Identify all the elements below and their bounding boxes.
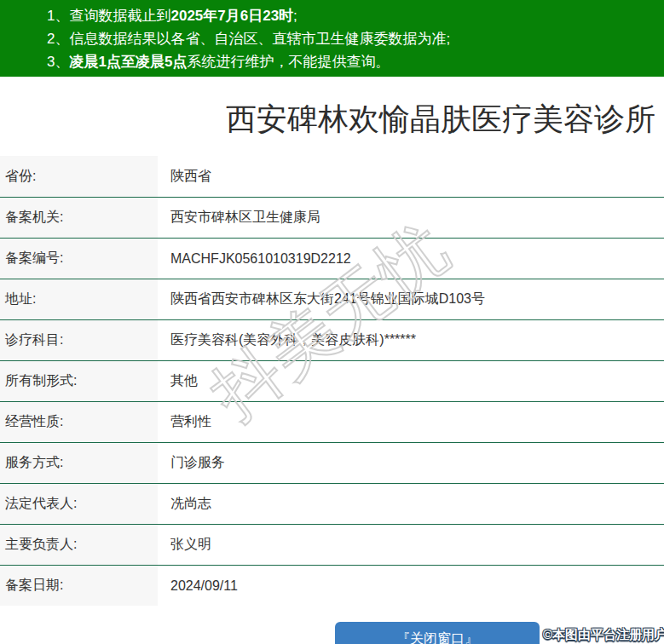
row-value-service-mode: 门诊服务 <box>158 443 664 483</box>
notice-text: 系统进行维护，不能提供查询。 <box>187 54 390 70</box>
row-label-principal-in-charge: 主要负责人: <box>0 525 158 565</box>
table-row: 备案编号: MACHFJK0561010319D2212 <box>0 238 664 279</box>
table-row: 主要负责人: 张义明 <box>0 524 664 565</box>
table-row: 法定代表人: 冼尚志 <box>0 483 664 524</box>
table-row: 省份: 陕西省 <box>0 156 664 197</box>
notice-bold-text: 2025年7月6日23时 <box>170 8 293 24</box>
notice-text: 查询数据截止到 <box>69 8 170 24</box>
row-label-legal-representative: 法定代表人: <box>0 484 158 524</box>
table-row: 所有制形式: 其他 <box>0 360 664 401</box>
notice-number: 1、 <box>47 8 69 24</box>
row-label-medical-subjects: 诊疗科目: <box>0 320 158 360</box>
notice-text: 信息数据结果以各省、自治区、直辖市卫生健康委数据为准; <box>69 31 450 47</box>
row-value-principal-in-charge: 张义明 <box>158 525 664 565</box>
row-label-filing-date: 备案日期: <box>0 566 158 606</box>
page-title: 西安碑林欢愉晶肤医疗美容诊所 <box>226 101 655 138</box>
table-row: 地址: 陕西省西安市碑林区东大街241号锦业国际城D103号 <box>0 279 664 319</box>
row-value-business-nature: 营利性 <box>158 402 664 442</box>
table-row: 诊疗科目: 医疗美容科(美容外科，美容皮肤科)****** <box>0 319 664 360</box>
notice-line-1: 1、查询数据截止到2025年7月6日23时; <box>0 4 664 27</box>
row-value-filing-authority: 西安市碑林区卫生健康局 <box>158 198 664 238</box>
notice-bold-text: 凌晨1点至凌晨5点 <box>69 54 187 70</box>
row-value-province: 陕西省 <box>158 156 664 197</box>
notice-number: 3、 <box>47 54 69 70</box>
row-value-filing-date: 2024/09/11 <box>158 566 664 606</box>
notice-banner: 1、查询数据截止到2025年7月6日23时; 2、信息数据结果以各省、自治区、直… <box>0 0 664 77</box>
notice-text: ; <box>293 8 297 24</box>
table-row: 经营性质: 营利性 <box>0 401 664 442</box>
close-window-button[interactable]: 『关闭窗口』 <box>335 622 540 644</box>
row-label-province: 省份: <box>0 156 158 197</box>
row-value-legal-representative: 冼尚志 <box>158 484 664 524</box>
notice-line-3: 3、凌晨1点至凌晨5点系统进行维护，不能提供查询。 <box>0 50 664 73</box>
row-label-service-mode: 服务方式: <box>0 443 158 483</box>
row-value-filing-number: MACHFJK0561010319D2212 <box>158 239 664 279</box>
row-value-ownership-form: 其他 <box>158 361 664 401</box>
notice-number: 2、 <box>47 31 69 47</box>
filing-info-table: 省份: 陕西省 备案机关: 西安市碑林区卫生健康局 备案编号: MACHFJK0… <box>0 156 664 606</box>
row-label-filing-authority: 备案机关: <box>0 198 158 238</box>
row-label-filing-number: 备案编号: <box>0 239 158 279</box>
row-label-ownership-form: 所有制形式: <box>0 361 158 401</box>
table-row: 服务方式: 门诊服务 <box>0 442 664 483</box>
table-row: 备案机关: 西安市碑林区卫生健康局 <box>0 197 664 238</box>
row-label-business-nature: 经营性质: <box>0 402 158 442</box>
row-value-medical-subjects: 医疗美容科(美容外科，美容皮肤科)****** <box>158 320 664 360</box>
row-label-address: 地址: <box>0 279 158 319</box>
platform-upload-note: ©本图由平台注册用户上传 <box>543 627 664 643</box>
row-value-address: 陕西省西安市碑林区东大街241号锦业国际城D103号 <box>158 279 664 319</box>
notice-line-2: 2、信息数据结果以各省、自治区、直辖市卫生健康委数据为准; <box>0 27 664 50</box>
table-row: 备案日期: 2024/09/11 <box>0 565 664 606</box>
